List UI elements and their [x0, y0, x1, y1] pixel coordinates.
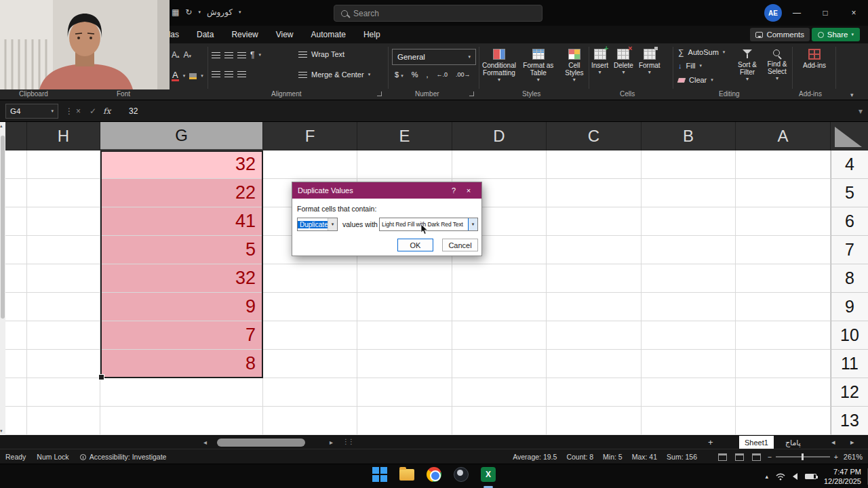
cell-partial-7[interactable]: [5, 236, 27, 264]
vertical-scrollbar-thumb[interactable]: [1, 136, 5, 319]
cell-F12[interactable]: [263, 378, 357, 407]
comments-button[interactable]: Comments: [750, 28, 810, 41]
font-color-buttons[interactable]: A: [172, 70, 203, 81]
tab-view[interactable]: View: [276, 30, 294, 39]
scroll-up-icon[interactable]: [0, 123, 3, 129]
insert-function-button[interactable]: fx: [103, 104, 111, 119]
row-header-7[interactable]: 7: [831, 236, 868, 264]
cell-E8[interactable]: [357, 264, 452, 293]
column-header-G[interactable]: G: [100, 122, 263, 150]
formula-input[interactable]: 32: [129, 104, 138, 119]
cell-C12[interactable]: [547, 378, 642, 407]
cell-partial-6[interactable]: [5, 207, 27, 236]
status-stat-max[interactable]: Max: 41: [632, 453, 657, 461]
tab-data[interactable]: Data: [197, 30, 214, 39]
column-header-C[interactable]: C: [547, 122, 642, 150]
column-header-H[interactable]: H: [27, 122, 100, 150]
comma-format-button[interactable]: ,: [426, 70, 428, 79]
scrollbar-grip-icon[interactable]: ⋮⋮: [342, 438, 353, 445]
column-header-F[interactable]: F: [263, 122, 357, 150]
cell-E13[interactable]: [357, 407, 452, 435]
cell-B13[interactable]: [642, 407, 736, 435]
format-as-table-button[interactable]: Format as Table: [521, 46, 556, 83]
zoom-slider[interactable]: [776, 456, 830, 458]
row-header-4[interactable]: 4: [831, 150, 868, 179]
tab-nav-left-icon[interactable]: [831, 438, 835, 447]
cell-C11[interactable]: [547, 350, 642, 378]
name-box[interactable]: G4: [5, 104, 58, 119]
cell-C10[interactable]: [547, 321, 642, 350]
find-select-button[interactable]: Find & Select: [762, 46, 792, 82]
status-stat-min[interactable]: Min: 5: [603, 453, 623, 461]
cell-partial-9[interactable]: [5, 293, 27, 321]
confirm-entry-icon[interactable]: ✓: [90, 104, 96, 119]
sort-filter-button[interactable]: Sort & Filter: [731, 46, 764, 83]
cell-D12[interactable]: [452, 378, 547, 407]
expand-formula-bar-icon[interactable]: [859, 104, 863, 119]
font-color-icon[interactable]: A: [172, 70, 179, 81]
cell-F13[interactable]: [263, 407, 357, 435]
cell-G13[interactable]: [100, 407, 263, 435]
cell-G9[interactable]: 9: [100, 293, 263, 321]
cell-C5[interactable]: [547, 179, 642, 207]
font-size-buttons[interactable]: A▴ A▾: [172, 50, 191, 60]
wifi-icon[interactable]: [776, 473, 785, 481]
app-launcher-icon[interactable]: [172, 7, 179, 17]
zoom-slider-thumb[interactable]: [802, 453, 804, 460]
column-header-D[interactable]: D: [452, 122, 547, 150]
autosum-button[interactable]: ∑ AutoSum: [678, 47, 725, 57]
zoom-in-button[interactable]: +: [834, 449, 838, 464]
ok-button[interactable]: OK: [397, 239, 433, 251]
align-middle-icon[interactable]: [224, 52, 233, 58]
cell-E9[interactable]: [357, 293, 452, 321]
cell-H11[interactable]: [27, 350, 100, 378]
number-format-select[interactable]: General: [392, 49, 476, 65]
battery-icon[interactable]: [805, 474, 816, 479]
cell-B8[interactable]: [642, 264, 736, 293]
status-stat-sum[interactable]: Sum: 156: [667, 453, 697, 461]
status-stat-average[interactable]: Average: 19.5: [513, 453, 557, 461]
cell-H8[interactable]: [27, 264, 100, 293]
cancel-entry-icon[interactable]: ×: [76, 104, 81, 119]
conditional-formatting-button[interactable]: Conditional Formatting: [481, 46, 517, 83]
cancel-button[interactable]: Cancel: [442, 239, 478, 251]
row-header-12[interactable]: 12: [831, 378, 868, 407]
cell-styles-button[interactable]: Cell Styles: [560, 46, 589, 83]
cell-G4[interactable]: 32: [100, 150, 263, 179]
align-left-icon[interactable]: [212, 70, 220, 77]
cell-B10[interactable]: [642, 321, 736, 350]
share-button[interactable]: Share: [812, 28, 860, 41]
cell-D13[interactable]: [452, 407, 547, 435]
dialog-help-button[interactable]: ?: [446, 186, 461, 195]
format-cells-button[interactable]: Format: [639, 46, 660, 76]
decrease-font-size-icon[interactable]: A▾: [184, 50, 192, 60]
normal-view-icon[interactable]: [718, 453, 727, 461]
wrap-text-button[interactable]: Wrap Text: [298, 50, 344, 58]
row-header-8[interactable]: 8: [831, 264, 868, 293]
cell-A10[interactable]: [736, 321, 831, 350]
percent-format-button[interactable]: %: [412, 70, 418, 79]
cell-D4[interactable]: [452, 150, 547, 179]
new-sheet-button[interactable]: +: [708, 437, 713, 447]
zoom-out-button[interactable]: −: [768, 449, 772, 464]
cell-A6[interactable]: [736, 207, 831, 236]
tray-overflow-icon[interactable]: [765, 473, 768, 480]
merge-center-button[interactable]: Merge & Center: [298, 70, 370, 79]
tab-automate[interactable]: Automate: [311, 30, 346, 39]
align-center-icon[interactable]: [224, 70, 233, 77]
close-button[interactable]: ×: [840, 0, 868, 26]
cell-A11[interactable]: [736, 350, 831, 378]
cell-partial-13[interactable]: [5, 407, 27, 435]
minimize-button[interactable]: —: [783, 0, 811, 26]
cell-G7[interactable]: 5: [100, 236, 263, 264]
vertical-scrollbar[interactable]: [0, 122, 5, 435]
cell-A12[interactable]: [736, 378, 831, 407]
page-break-view-icon[interactable]: [752, 453, 761, 461]
cell-A13[interactable]: [736, 407, 831, 435]
sheet-tab-other[interactable]: پاماج: [780, 436, 806, 449]
delete-cells-button[interactable]: Delete: [614, 46, 633, 76]
cell-G12[interactable]: [100, 378, 263, 407]
zoom-level[interactable]: 261%: [844, 449, 863, 464]
cell-G11[interactable]: 8: [100, 350, 263, 378]
scroll-down-icon[interactable]: [0, 428, 3, 434]
